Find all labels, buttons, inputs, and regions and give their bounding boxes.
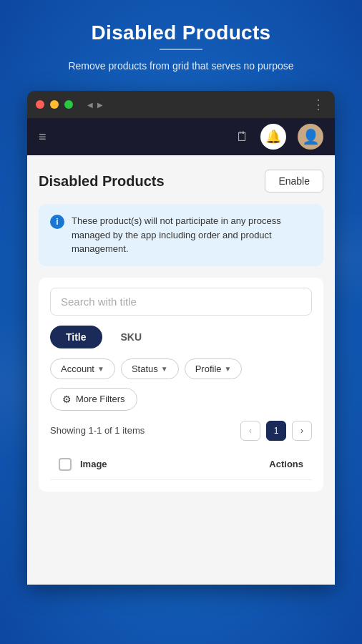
status-filter-button[interactable]: Status ▼ <box>121 358 179 379</box>
filter-row: Account ▼ Status ▼ Profile ▼ <box>50 358 312 379</box>
main-content: Disabled Products Enable i These product… <box>27 155 335 585</box>
enable-button[interactable]: Enable <box>265 170 323 192</box>
bell-icon: 🔔 <box>265 129 281 145</box>
hamburger-icon[interactable]: ≡ <box>39 130 47 145</box>
browser-nav: ◀ ▶ <box>87 101 103 109</box>
status-caret-icon: ▼ <box>161 365 168 373</box>
table-column-image: Image <box>80 459 246 469</box>
tab-sku[interactable]: SKU <box>105 326 158 348</box>
pagination-row: Showing 1-1 of 1 items ‹ 1 › <box>50 421 312 441</box>
table-header: Image Actions <box>50 449 312 480</box>
status-filter-label: Status <box>132 364 158 374</box>
table-column-actions: Actions <box>246 459 303 469</box>
more-filters-label: More Filters <box>76 394 125 404</box>
pagination-page-1[interactable]: 1 <box>266 421 286 441</box>
page-title: Disabled Products <box>92 21 271 44</box>
document-icon[interactable]: 🗒 <box>236 130 249 145</box>
browser-menu-icon[interactable]: ⋮ <box>312 97 326 112</box>
account-caret-icon: ▼ <box>97 365 104 373</box>
account-filter-button[interactable]: Account ▼ <box>50 358 115 379</box>
toggle-tabs: Title SKU <box>50 326 312 348</box>
page-subtitle: Remove products from grid that serves no… <box>39 59 322 74</box>
info-text: These product(s) will not participate in… <box>72 214 312 256</box>
chevron-left-icon: ‹ <box>249 426 252 436</box>
search-input-wrap[interactable]: Search with title <box>50 288 312 316</box>
pagination-info: Showing 1-1 of 1 items <box>50 425 235 436</box>
sliders-icon: ⚙ <box>62 394 72 405</box>
info-icon: i <box>50 215 64 229</box>
more-filters-button[interactable]: ⚙ More Filters <box>50 388 137 411</box>
pagination-prev-button[interactable]: ‹ <box>240 421 260 441</box>
traffic-light-green[interactable] <box>64 100 73 109</box>
notification-bell-button[interactable]: 🔔 <box>260 124 286 150</box>
avatar-button[interactable]: 👤 <box>298 124 323 150</box>
traffic-light-red[interactable] <box>36 100 44 109</box>
profile-filter-button[interactable]: Profile ▼ <box>185 358 243 379</box>
content-title: Disabled Products <box>39 173 165 190</box>
chevron-right-icon: › <box>300 426 303 436</box>
tab-title[interactable]: Title <box>50 326 102 348</box>
profile-caret-icon: ▼ <box>225 365 232 373</box>
profile-filter-label: Profile <box>195 364 222 374</box>
avatar-icon: 👤 <box>302 128 320 145</box>
search-placeholder-text: Search with title <box>61 296 137 308</box>
select-all-checkbox[interactable] <box>59 458 72 471</box>
page-wrapper: Disabled Products Remove products from g… <box>0 0 362 585</box>
content-header: Disabled Products Enable <box>39 170 323 192</box>
browser-titlebar: ◀ ▶ ⋮ <box>27 91 335 118</box>
traffic-light-yellow[interactable] <box>50 100 59 109</box>
pagination-next-button[interactable]: › <box>292 421 312 441</box>
browser-chrome: ◀ ▶ ⋮ ≡ 🗒 🔔 👤 Disabled Products Enable <box>27 91 335 585</box>
account-filter-label: Account <box>61 364 94 374</box>
title-underline <box>160 49 202 50</box>
nav-forward-icon[interactable]: ▶ <box>97 101 103 109</box>
info-box: i These product(s) will not participate … <box>39 204 323 266</box>
search-filter-container: Search with title Title SKU Account ▼ St… <box>39 278 323 492</box>
app-topbar: ≡ 🗒 🔔 👤 <box>27 118 335 155</box>
nav-back-icon[interactable]: ◀ <box>87 101 93 109</box>
